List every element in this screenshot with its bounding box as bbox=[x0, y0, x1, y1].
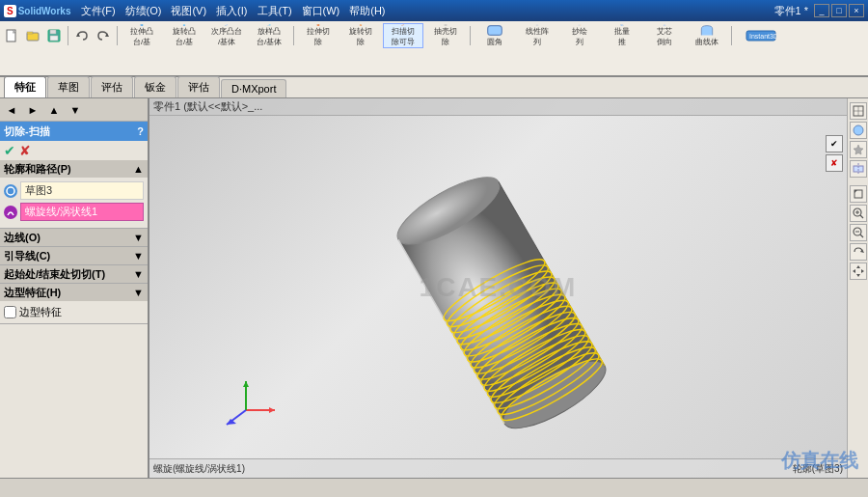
svg-marker-94 bbox=[856, 274, 860, 277]
maximize-button[interactable]: □ bbox=[831, 4, 847, 17]
rotate-button[interactable] bbox=[850, 243, 867, 261]
thin-feature-label: 边型特征 bbox=[19, 305, 62, 319]
profile-item-1: 草图3 bbox=[4, 181, 144, 200]
section-thin-content: 边型特征 bbox=[0, 301, 148, 323]
cut-sweep-label: 扫描切除可导 bbox=[392, 26, 415, 47]
svg-marker-76 bbox=[227, 419, 236, 425]
profile-name-2[interactable]: 螺旋线/涡状线1 bbox=[20, 203, 144, 221]
revolve-boss-button[interactable]: 旋转凸台/基 bbox=[164, 23, 204, 48]
tab-dmxport[interactable]: D·MXport bbox=[221, 79, 286, 97]
section-edge: 边线(O) ▼ bbox=[0, 229, 148, 247]
section-profile-path-header[interactable]: 轮廓和路径(P) ▲ bbox=[0, 160, 148, 178]
save-button[interactable] bbox=[44, 26, 64, 45]
view-settings-button[interactable] bbox=[850, 141, 867, 158]
instant3d-button[interactable]: Instant3D bbox=[736, 23, 786, 48]
redo-button[interactable] bbox=[94, 26, 113, 45]
toolbar-row-1: 拉伸凸台/基 旋转凸台/基 次序凸台/基体 放样凸台/基体 拉伸切除 旋转切除 … bbox=[2, 23, 866, 48]
menu-help[interactable]: 帮助(H) bbox=[345, 3, 389, 19]
section-thin-header[interactable]: 边型特征(H) ▼ bbox=[0, 284, 148, 301]
section-profile-path: 轮廓和路径(P) ▲ 草图3 螺旋线/涡状线1 bbox=[0, 160, 148, 229]
thin-feature-checkbox[interactable] bbox=[4, 306, 16, 318]
panel-up-button[interactable]: ▲ bbox=[44, 100, 64, 120]
open-button[interactable] bbox=[23, 26, 42, 45]
section-tangent-header[interactable]: 起始处/结束处切切(T) ▼ bbox=[0, 265, 148, 283]
menu-insert[interactable]: 插入(I) bbox=[212, 3, 251, 19]
tab-evaluate2[interactable]: 评估 bbox=[177, 76, 220, 97]
window-controls: _ □ × bbox=[814, 4, 864, 17]
shell-button[interactable]: 抽壳切除 bbox=[425, 23, 466, 48]
svg-line-90 bbox=[860, 235, 863, 237]
cut-extrude-button[interactable]: 拉伸切除 bbox=[298, 23, 339, 48]
panel-forward-button[interactable]: ► bbox=[23, 100, 42, 120]
cut-revolve-label: 旋转切除 bbox=[349, 26, 372, 47]
svg-rect-5 bbox=[50, 36, 58, 41]
section-guide-collapse-icon: ▼ bbox=[133, 250, 144, 262]
zoom-to-fit-button[interactable] bbox=[850, 185, 867, 203]
panel-title-bar: 切除-扫描 ? bbox=[0, 122, 148, 141]
viewport-bottom-right: 轮廓(草图3) bbox=[793, 462, 843, 476]
extrude-boss-button[interactable]: 拉伸凸台/基 bbox=[122, 23, 162, 48]
section-profile-path-content: 草图3 螺旋线/涡状线1 bbox=[0, 178, 148, 228]
pan-button[interactable] bbox=[850, 262, 867, 280]
menu-file[interactable]: 文件(F) bbox=[77, 3, 120, 19]
mirror-label: 抄绘列 bbox=[572, 26, 587, 47]
new-button[interactable] bbox=[2, 26, 21, 45]
section-profile-path-label: 轮廓和路径(P) bbox=[4, 162, 71, 177]
section-edge-collapse-icon: ▼ bbox=[133, 232, 144, 243]
draft-label: 艾芯倒向 bbox=[657, 26, 672, 47]
menu-bar-inline: 文件(F) 纺绩(O) 视图(V) 插入(I) 工具(T) 窗口(W) 帮助(H… bbox=[77, 3, 769, 19]
fillet-button[interactable]: 圆角 bbox=[475, 23, 515, 48]
linear-pattern-button[interactable]: 线性阵列 bbox=[517, 23, 557, 48]
minimize-button[interactable]: _ bbox=[814, 4, 829, 17]
profile-name-1[interactable]: 草图3 bbox=[20, 181, 144, 200]
section-thin: 边型特征(H) ▼ 边型特征 bbox=[0, 284, 148, 324]
close-button[interactable]: × bbox=[849, 4, 864, 17]
move-face-button[interactable]: 批量推 bbox=[602, 23, 642, 48]
feature-ok-button[interactable]: ✔ bbox=[4, 143, 15, 158]
menu-window[interactable]: 窗口(W) bbox=[298, 3, 344, 19]
loft-boss-button[interactable]: 放样凸台/基体 bbox=[249, 23, 289, 48]
menu-tools[interactable]: 工具(T) bbox=[254, 3, 296, 19]
tab-evaluate[interactable]: 评估 bbox=[91, 76, 133, 97]
section-view-button[interactable] bbox=[850, 160, 867, 178]
section-guide-header[interactable]: 引导线(C) ▼ bbox=[0, 247, 148, 264]
zoom-out-button[interactable]: ✘ bbox=[826, 154, 843, 172]
feature-cancel-button[interactable]: ✘ bbox=[19, 143, 31, 158]
mirror-button[interactable]: 抄绘列 bbox=[559, 23, 600, 48]
viewport-body[interactable]: 1CAE.COM ✔ ✘ bbox=[149, 116, 847, 458]
undo-button[interactable] bbox=[72, 26, 92, 45]
zoom-in-button[interactable]: ✔ bbox=[826, 135, 843, 152]
fillet-label: 圆角 bbox=[487, 37, 502, 47]
section-tangent-label: 起始处/结束处切切(T) bbox=[4, 267, 105, 282]
display-style-button[interactable] bbox=[850, 122, 867, 139]
revolve-boss-label: 旋转凸台/基 bbox=[173, 26, 196, 47]
tab-features[interactable]: 特征 bbox=[4, 76, 46, 97]
cut-revolve-button[interactable]: 旋转切除 bbox=[340, 23, 381, 48]
shell2-button[interactable]: 曲线体 bbox=[687, 23, 727, 48]
thin-feature-checkbox-label[interactable]: 边型特征 bbox=[4, 305, 144, 319]
panel-down-button[interactable]: ▼ bbox=[66, 100, 85, 120]
viewport-corner-buttons: ✔ ✘ bbox=[826, 135, 843, 172]
section-edge-header[interactable]: 边线(O) ▼ bbox=[0, 229, 148, 246]
cut-sweep-button[interactable]: 扫描切除可导 bbox=[383, 23, 423, 48]
viewport-header: 零件1 (默认<<默认>_... bbox=[149, 98, 847, 116]
toolbar-separator-2 bbox=[117, 26, 118, 45]
extrude-boss-label: 拉伸凸台/基 bbox=[130, 26, 153, 47]
menu-view[interactable]: 视图(V) bbox=[167, 3, 210, 19]
tab-sketch[interactable]: 草图 bbox=[47, 76, 90, 97]
zoom-out-right-button[interactable] bbox=[850, 224, 867, 241]
zoom-in-right-button[interactable] bbox=[850, 205, 867, 222]
tab-sheet-metal[interactable]: 钣金 bbox=[134, 76, 176, 97]
panel-help-icon[interactable]: ? bbox=[137, 125, 144, 137]
sweep-boss-button[interactable]: 次序凸台/基体 bbox=[206, 23, 247, 48]
model-svg bbox=[207, 121, 651, 468]
panel-back-button[interactable]: ◄ bbox=[2, 100, 21, 120]
svg-marker-74 bbox=[243, 381, 249, 387]
section-edge-label: 边线(O) bbox=[4, 231, 41, 245]
draft-button[interactable]: 艾芯倒向 bbox=[644, 23, 685, 48]
svg-marker-95 bbox=[853, 269, 855, 273]
tabs: 特征 草图 评估 钣金 评估 D·MXport bbox=[0, 77, 868, 98]
menu-edit[interactable]: 纺绩(O) bbox=[122, 3, 166, 19]
svg-rect-4 bbox=[50, 30, 56, 34]
view-orient-button[interactable] bbox=[850, 102, 867, 120]
